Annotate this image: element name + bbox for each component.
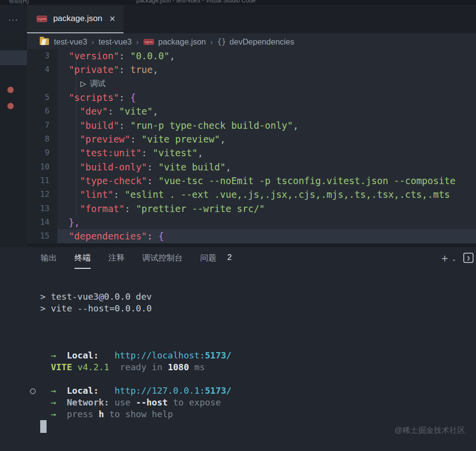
terminal-line xyxy=(40,338,476,350)
problems-count-badge: 2 xyxy=(227,253,232,262)
code-lines: 3 "version": "0.0.0",4 "private": true,▷… xyxy=(27,49,476,243)
rail-highlight-block[interactable] xyxy=(0,50,27,65)
code-token: press xyxy=(67,409,99,419)
code-token: : xyxy=(119,64,130,75)
code-token xyxy=(57,106,80,117)
breakpoint-dot[interactable] xyxy=(7,103,14,109)
code-line: 10 "build-only": "vite build", xyxy=(27,160,476,174)
breadcrumb-item-symbol[interactable]: devDependencies xyxy=(229,37,294,47)
npm-icon: npm xyxy=(144,39,154,45)
code-token: 1080 xyxy=(168,362,189,372)
code-token xyxy=(57,134,80,144)
code-token xyxy=(57,217,69,228)
breadcrumb-item-folder[interactable]: test-vue3 xyxy=(99,37,132,47)
chevron-down-icon[interactable]: ⌄ xyxy=(451,256,456,262)
open-in-editor-icon[interactable]: ❯ xyxy=(463,253,474,263)
code-token: , xyxy=(153,106,158,117)
code-token xyxy=(57,162,80,172)
code-token: "run-p type-check build-only" xyxy=(130,120,293,131)
code-token: to show help xyxy=(104,409,173,419)
code-token: { xyxy=(158,231,164,241)
code-line: 5 "scripts": { xyxy=(27,91,476,104)
code-line: 11 "type-check": "vue-tsc --noEmit -p ts… xyxy=(27,174,476,188)
more-actions-button[interactable]: ··· xyxy=(0,5,27,33)
code-line: 15 "dependencies": { xyxy=(27,229,476,243)
code-token: 5173/ xyxy=(205,385,231,396)
line-number: 11 xyxy=(27,174,57,188)
code-line: 13 "format": "prettier --write src/" xyxy=(27,202,476,215)
panel-tab-label: 输出 xyxy=(41,253,57,263)
folder-icon xyxy=(40,38,49,45)
code-token: : xyxy=(147,231,158,241)
code-token xyxy=(40,350,51,360)
code-text: "dependencies": { xyxy=(57,229,476,243)
watermark: @稀土掘金技术社区 xyxy=(395,426,465,436)
code-token: to expose xyxy=(168,397,221,407)
code-text: "dev": "vite", xyxy=(57,104,476,118)
vscode-window: 帮助(H) package.json - test-vue3 - Visual … xyxy=(0,0,476,451)
chevron-right-icon: › xyxy=(210,38,213,46)
code-line: 9 "test:unit": "vitest", xyxy=(27,146,476,160)
code-editor[interactable]: 3 "version": "0.0.0",4 "private": true,▷… xyxy=(27,49,476,243)
codelens-label: 调试 xyxy=(90,77,106,91)
code-token: : xyxy=(113,189,125,200)
terminal-line: > vite --host=0.0.0.0 xyxy=(40,303,476,314)
terminal-line xyxy=(40,326,476,338)
codelens-run-script[interactable]: ▷调试 xyxy=(27,77,476,91)
line-number: 7 xyxy=(27,119,57,132)
line-number: 6 xyxy=(27,104,57,118)
breadcrumb-item-root[interactable]: test-vue3 xyxy=(54,37,87,47)
code-token xyxy=(40,385,51,396)
breadcrumb-item-file[interactable]: package.json xyxy=(158,37,206,47)
window-titlebar: 帮助(H) package.json - test-vue3 - Visual … xyxy=(0,0,476,5)
terminal-output[interactable]: > test-vue3@0.0.0 dev> vite --host=0.0.0… xyxy=(27,291,476,432)
code-token xyxy=(57,175,80,186)
code-token: Local: xyxy=(67,385,99,396)
code-token: --host xyxy=(136,397,168,407)
window-title: package.json - test-vue3 - Visual Studio… xyxy=(136,0,255,4)
panel-tab-问题[interactable]: 问题2 xyxy=(200,253,232,269)
close-icon[interactable]: ✕ xyxy=(109,14,116,24)
new-terminal-button[interactable]: + xyxy=(442,252,448,265)
code-token: : xyxy=(142,147,153,158)
chevron-right-icon: › xyxy=(92,38,94,46)
bottom-panel: 输出终端注释调试控制台问题2 + ⌄ ❯ > test-vue3@0.0.0 d… xyxy=(0,247,476,451)
code-text: "version": "0.0.0", xyxy=(57,49,476,63)
panel-tab-调试控制台[interactable]: 调试控制台 xyxy=(142,253,183,269)
code-token xyxy=(57,203,80,214)
ellipsis-icon: ··· xyxy=(8,15,19,24)
code-token: , xyxy=(220,134,225,144)
code-token: 5173/ xyxy=(205,350,231,360)
panel-divider[interactable] xyxy=(27,243,476,247)
code-token: "private" xyxy=(69,64,119,75)
code-token xyxy=(99,350,115,360)
code-token: "eslint . --ext .vue,.js,.jsx,.cjs,.mjs,… xyxy=(125,189,455,200)
code-token: v4.2.1 xyxy=(77,362,109,372)
code-token: , xyxy=(293,120,298,131)
code-token: > vite --host=0.0.0.0 xyxy=(40,303,152,313)
terminal-line xyxy=(40,373,476,385)
code-token: "version" xyxy=(69,50,119,61)
code-token: "format" xyxy=(80,203,125,214)
terminal-line xyxy=(40,314,476,326)
code-token: "dependencies" xyxy=(69,231,147,241)
terminal-cursor[interactable] xyxy=(40,420,47,433)
editor-tab-strip: ··· npm package.json ✕ xyxy=(0,5,476,33)
panel-tab-输出[interactable]: 输出 xyxy=(41,253,57,269)
tab-package-json[interactable]: npm package.json ✕ xyxy=(27,5,124,33)
panel-tab-终端[interactable]: 终端 xyxy=(75,253,91,269)
code-text: "test:unit": "vitest", xyxy=(57,146,476,160)
line-number: 15 xyxy=(27,229,57,243)
code-text: "format": "prettier --write src/" xyxy=(57,202,476,215)
breakpoint-dot[interactable] xyxy=(7,87,14,93)
code-token: "build-only" xyxy=(80,162,147,172)
play-icon: ▷ xyxy=(80,77,86,91)
menu-help-label[interactable]: 帮助(H) xyxy=(9,0,29,5)
code-token: : xyxy=(130,134,142,144)
code-token: : xyxy=(119,50,130,61)
code-text: }, xyxy=(57,215,476,229)
panel-tab-注释[interactable]: 注释 xyxy=(108,253,125,269)
code-token: VITE xyxy=(51,362,72,372)
code-token: "vue-tsc --noEmit -p tsconfig.vitest.jso… xyxy=(158,175,455,186)
code-token: "vite build" xyxy=(158,162,225,172)
